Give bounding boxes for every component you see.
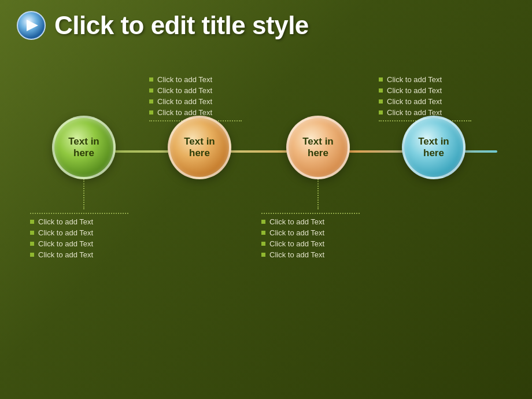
list-item[interactable]: Click to add Text bbox=[149, 75, 242, 84]
node2-circle[interactable]: Text in here bbox=[168, 116, 231, 179]
list-item[interactable]: Click to add Text bbox=[379, 97, 471, 106]
list-item[interactable]: Click to add Text bbox=[30, 239, 128, 248]
list-item[interactable]: Click to add Text bbox=[379, 75, 471, 84]
node4-top-bullets: Click to add Text Click to add Text Clic… bbox=[379, 75, 471, 121]
node1-bottom-bullets: Click to add Text Click to add Text Clic… bbox=[30, 213, 128, 261]
list-item[interactable]: Click to add Text bbox=[149, 97, 242, 106]
node4-circle[interactable]: Text in here bbox=[402, 116, 466, 179]
node1-label: Text in here bbox=[68, 136, 99, 159]
node4-wrapper: Text in here bbox=[402, 116, 466, 179]
title-area: Click to edit title style bbox=[0, 0, 532, 46]
title-text[interactable]: Click to edit title style bbox=[54, 11, 309, 40]
list-item[interactable]: Click to add Text bbox=[261, 239, 360, 248]
list-item[interactable]: Click to add Text bbox=[261, 228, 360, 237]
node3-circle[interactable]: Text in here bbox=[286, 116, 350, 179]
list-item[interactable]: Click to add Text bbox=[261, 217, 360, 226]
arrow-right-icon bbox=[16, 10, 46, 40]
list-item[interactable]: Click to add Text bbox=[379, 86, 471, 95]
node2-wrapper: Text in here bbox=[168, 116, 231, 179]
slide: Click to edit title style Click to add T… bbox=[0, 0, 532, 399]
node1-wrapper: Text in here bbox=[52, 116, 116, 209]
list-item[interactable]: Click to add Text bbox=[30, 250, 128, 259]
node3-wrapper: Text in here bbox=[286, 116, 350, 209]
node1-circle[interactable]: Text in here bbox=[52, 116, 116, 179]
node3-dotted-down bbox=[317, 179, 319, 209]
node4-label: Text in here bbox=[418, 136, 449, 159]
list-item[interactable]: Click to add Text bbox=[30, 228, 128, 237]
list-item[interactable]: Click to add Text bbox=[261, 250, 360, 259]
node2-top-bullets: Click to add Text Click to add Text Clic… bbox=[149, 75, 242, 121]
node2-label: Text in here bbox=[184, 136, 215, 159]
node1-dotted-down bbox=[83, 179, 84, 209]
list-item[interactable]: Click to add Text bbox=[30, 217, 128, 226]
node3-label: Text in here bbox=[302, 136, 334, 159]
list-item[interactable]: Click to add Text bbox=[149, 86, 242, 95]
node3-bottom-bullets: Click to add Text Click to add Text Clic… bbox=[261, 213, 360, 261]
